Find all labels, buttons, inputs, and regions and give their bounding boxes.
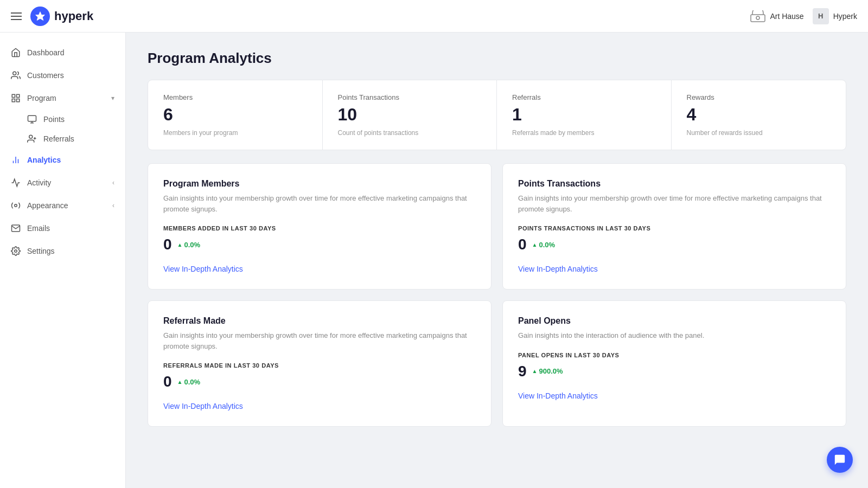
view-analytics-link[interactable]: View In-Depth Analytics <box>163 265 243 273</box>
stat-card: Points Transactions 10 Count of points t… <box>323 80 497 150</box>
up-arrow-icon: ▲ <box>532 242 538 248</box>
card-desc: Gain insights into your membership growt… <box>163 193 476 214</box>
svg-rect-5 <box>17 94 20 97</box>
referrals-icon <box>27 134 37 144</box>
card-metric-label: POINTS TRANSACTIONS IN LAST 30 DAYS <box>518 225 831 232</box>
view-analytics-link[interactable]: View In-Depth Analytics <box>518 391 598 400</box>
sidebar-item-label: Emails <box>27 224 50 233</box>
appearance-icon <box>11 201 21 210</box>
topnav: hyperk Art Hause H Hyperk <box>0 0 868 33</box>
sidebar-item-label: Referrals <box>43 134 74 143</box>
sidebar-item-label: Activity <box>27 178 51 187</box>
users-icon <box>11 70 21 80</box>
svg-point-2 <box>756 16 760 20</box>
user-badge[interactable]: H Hyperk <box>813 8 857 24</box>
up-arrow-icon: ▲ <box>177 242 183 248</box>
sidebar-item-appearance[interactable]: Appearance ‹ <box>0 194 125 217</box>
card-metric-label: REFERRALS MADE IN LAST 30 DAYS <box>163 362 476 369</box>
sidebar-item-analytics[interactable]: Analytics <box>0 149 125 171</box>
card-metric-value: 0 ▲ 0.0% <box>518 236 831 253</box>
sidebar-item-dashboard[interactable]: Dashboard <box>0 41 125 64</box>
stat-value: 6 <box>163 105 307 125</box>
analytics-icon <box>11 155 21 165</box>
card-title: Referrals Made <box>163 316 476 326</box>
stat-desc: Members in your program <box>163 129 307 137</box>
logo-text: hyperk <box>54 9 93 23</box>
stat-card: Referrals 1 Referrals made by members <box>497 80 672 150</box>
svg-point-16 <box>15 250 17 253</box>
sidebar-item-points[interactable]: Points <box>27 110 125 129</box>
logo[interactable]: hyperk <box>30 7 93 26</box>
svg-rect-1 <box>751 15 765 22</box>
stat-value: 4 <box>687 105 831 125</box>
card-metric-value: 0 ▲ 0.0% <box>163 236 476 253</box>
analytics-card-panel-opens: Panel Opens Gain insights into the inter… <box>502 300 846 427</box>
stat-card: Rewards 4 Number of rewards issued <box>672 80 846 150</box>
change-badge: ▲ 0.0% <box>532 241 556 249</box>
view-analytics-link[interactable]: View In-Depth Analytics <box>163 402 243 410</box>
sidebar-item-label: Program <box>27 94 56 102</box>
svg-point-3 <box>13 72 16 75</box>
up-arrow-icon: ▲ <box>532 368 538 374</box>
stat-value: 1 <box>512 105 656 125</box>
sidebar: Dashboard Customers Program ▾ Points <box>0 33 126 488</box>
stat-card: Members 6 Members in your program <box>148 80 323 150</box>
sidebar-item-label: Customers <box>27 71 64 80</box>
emails-icon <box>11 223 21 233</box>
sidebar-item-settings[interactable]: Settings <box>0 240 125 262</box>
stat-desc: Count of points transactions <box>338 129 482 137</box>
card-desc: Gain insights into your membership growt… <box>163 330 476 351</box>
sidebar-sub-program: Points Referrals <box>0 110 125 149</box>
stats-row: Members 6 Members in your program Points… <box>148 80 846 150</box>
svg-rect-7 <box>17 99 20 102</box>
up-arrow-icon: ▲ <box>177 379 183 385</box>
main-content: Program Analytics Members 6 Members in y… <box>126 33 868 488</box>
card-title: Panel Opens <box>518 316 831 326</box>
sidebar-item-label: Analytics <box>27 156 61 164</box>
logo-icon <box>30 7 50 26</box>
analytics-cards-grid: Program Members Gain insights into your … <box>148 163 846 427</box>
change-badge: ▲ 0.0% <box>177 241 201 249</box>
card-metric-label: PANEL OPENS IN LAST 30 DAYS <box>518 352 831 358</box>
topnav-left: hyperk <box>11 7 93 26</box>
change-badge: ▲ 0.0% <box>177 378 201 386</box>
stat-value: 10 <box>338 105 482 125</box>
analytics-card-referrals-made: Referrals Made Gain insights into your m… <box>148 300 492 427</box>
svg-rect-6 <box>12 99 15 102</box>
activity-icon <box>11 178 21 188</box>
sidebar-item-emails[interactable]: Emails <box>0 217 125 240</box>
page-title: Program Analytics <box>148 50 846 67</box>
stat-label: Rewards <box>687 93 831 101</box>
home-icon <box>11 48 21 57</box>
analytics-card-points-transactions: Points Transactions Gain insights into y… <box>502 163 846 290</box>
layout: Dashboard Customers Program ▾ Points <box>0 33 868 488</box>
card-title: Program Members <box>163 179 476 189</box>
grid-icon <box>11 93 21 103</box>
stat-label: Referrals <box>512 93 656 101</box>
sidebar-item-label: Points <box>43 115 65 124</box>
chat-button[interactable] <box>827 447 853 473</box>
sidebar-item-label: Settings <box>27 247 55 255</box>
topnav-right: Art Hause H Hyperk <box>750 8 857 24</box>
hamburger-icon[interactable] <box>11 12 22 20</box>
store-selector[interactable]: Art Hause <box>750 10 803 22</box>
settings-icon <box>11 246 21 256</box>
user-name: Hyperk <box>833 12 857 21</box>
svg-point-15 <box>15 204 17 207</box>
chevron-left-icon-2: ‹ <box>112 202 114 209</box>
svg-point-9 <box>29 135 33 138</box>
sidebar-item-customers[interactable]: Customers <box>0 64 125 87</box>
sidebar-item-label: Dashboard <box>27 48 65 57</box>
sidebar-item-activity[interactable]: Activity ‹ <box>0 171 125 194</box>
svg-marker-0 <box>36 11 45 20</box>
svg-rect-4 <box>12 94 15 97</box>
stat-label: Points Transactions <box>338 93 482 101</box>
chevron-left-icon: ‹ <box>112 179 114 187</box>
chevron-down-icon: ▾ <box>111 94 114 102</box>
svg-rect-8 <box>28 115 36 121</box>
sidebar-item-program[interactable]: Program ▾ <box>0 87 125 110</box>
view-analytics-link[interactable]: View In-Depth Analytics <box>518 265 598 273</box>
card-title: Points Transactions <box>518 179 831 189</box>
sidebar-item-referrals[interactable]: Referrals <box>27 129 125 149</box>
points-icon <box>27 114 37 124</box>
